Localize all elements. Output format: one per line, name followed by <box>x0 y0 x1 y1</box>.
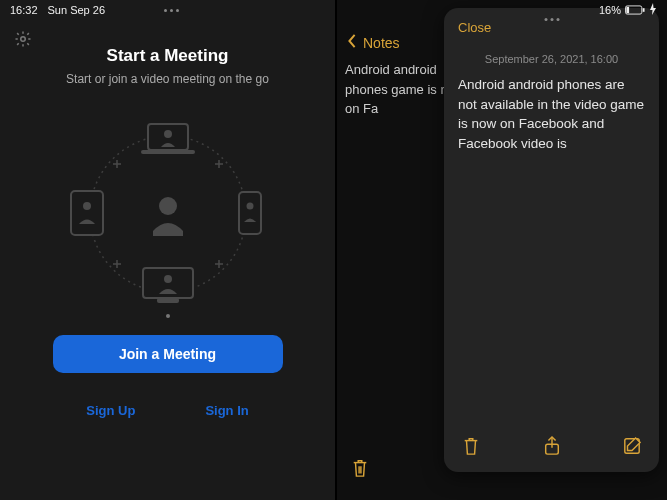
svg-rect-15 <box>239 192 261 234</box>
chevron-left-icon <box>347 34 357 51</box>
meeting-diagram <box>53 106 283 321</box>
status-date: Sun Sep 26 <box>48 4 106 16</box>
delete-note-button[interactable] <box>351 458 369 482</box>
share-icon[interactable] <box>543 436 561 460</box>
signup-link[interactable]: Sign Up <box>86 403 135 418</box>
notes-back-label: Notes <box>363 35 400 51</box>
svg-point-14 <box>83 202 91 210</box>
battery-icon <box>625 5 645 15</box>
signin-link[interactable]: Sign In <box>205 403 248 418</box>
svg-point-12 <box>164 275 172 283</box>
svg-rect-11 <box>157 298 179 303</box>
svg-point-6 <box>159 197 177 215</box>
note-timestamp: September 26, 2021, 16:00 <box>458 53 645 65</box>
svg-point-4 <box>21 37 26 42</box>
status-time: 16:32 <box>10 4 38 16</box>
join-meeting-button[interactable]: Join a Meeting <box>53 335 283 373</box>
note-body[interactable]: Android android phones are not available… <box>458 75 645 153</box>
page-subtitle: Start or join a video meeting on the go <box>66 72 269 86</box>
svg-rect-3 <box>643 8 645 12</box>
status-bar: 16:32 Sun Sep 26 16% <box>0 0 667 20</box>
trash-icon[interactable] <box>462 436 480 460</box>
zoom-app-pane: Start a Meeting Start or join a video me… <box>0 0 335 500</box>
svg-rect-2 <box>626 7 629 13</box>
charging-icon <box>649 3 657 17</box>
quick-note-sheet: Close September 26, 2021, 16:00 Android … <box>444 8 659 472</box>
compose-icon[interactable] <box>623 436 641 460</box>
multitask-dots-icon[interactable] <box>164 9 179 12</box>
svg-point-16 <box>246 203 253 210</box>
svg-rect-8 <box>141 150 195 154</box>
battery-percent: 16% <box>599 4 621 16</box>
notes-app-pane: Notes Android android phones game is now… <box>335 0 667 500</box>
page-title: Start a Meeting <box>107 46 229 66</box>
settings-button[interactable] <box>14 30 32 52</box>
close-button[interactable]: Close <box>458 20 491 35</box>
svg-point-9 <box>164 130 172 138</box>
svg-point-17 <box>166 314 170 318</box>
svg-rect-13 <box>71 191 103 235</box>
